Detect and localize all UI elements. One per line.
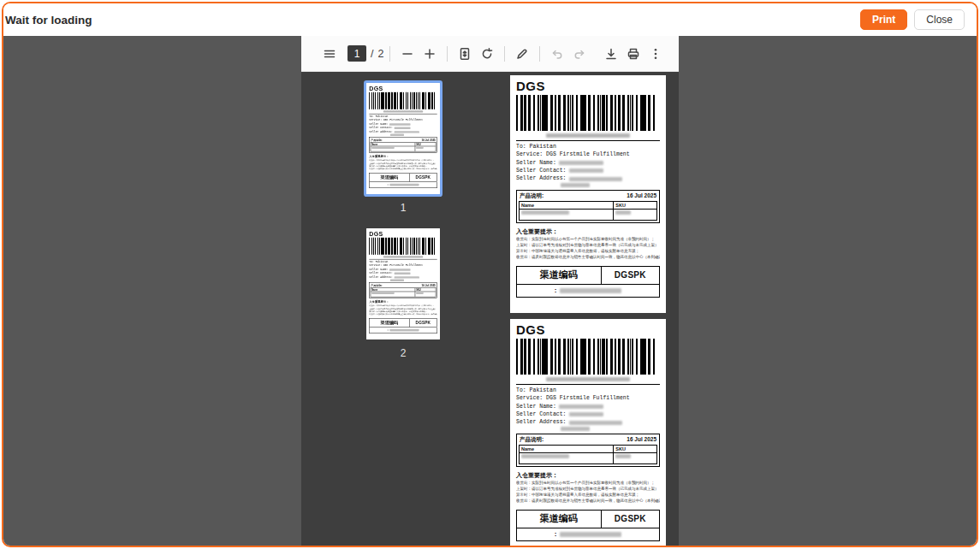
column-sku: SKU [614, 446, 656, 452]
print-button[interactable]: Print [860, 9, 907, 30]
channel-code-label: 渠道编码 [517, 511, 602, 528]
thumbnail-preview: DGS To: Pakistan Service: DGS Firstmile … [366, 228, 440, 339]
page-count: / 2 [371, 48, 383, 60]
barcode-number-redacted [383, 110, 423, 112]
reference-prefix: : [387, 183, 388, 186]
channel-code-box: 渠道编码 DGSPK [369, 318, 437, 327]
redacted-value [389, 269, 411, 270]
product-description-box: 产品说明: 16 Jul 2025 Name SKU [516, 434, 660, 467]
redacted-value [416, 292, 424, 294]
warehouse-notice: 入仓重要提示： 收货前：实际到仓时间以小包第一个产品到仓实际签收时间为准（非预约… [369, 300, 437, 316]
seller-contact-line: Seller Contact: [516, 410, 660, 418]
column-name: Name [520, 202, 614, 209]
toolbar-divider [539, 46, 540, 62]
label-date: 16 Jul 2025 [627, 436, 656, 444]
download-icon[interactable] [600, 43, 622, 65]
product-sku-cell [415, 292, 436, 297]
seller-address-line-2 [369, 279, 437, 280]
zoom-out-icon[interactable] [396, 43, 419, 65]
notice-line: 异常时：中国跨境清关与退税需要入库信息数据，请核实附单信息无误； [516, 249, 660, 255]
reference-row: : [369, 182, 437, 188]
channel-code-box: 渠道编码 DGSPK [369, 173, 437, 181]
document-page-1[interactable]: DGS To: Pakistan Service: DGS Firstmile … [510, 75, 666, 313]
to-line: To: Pakistan [516, 143, 660, 151]
product-name-cell [520, 210, 614, 220]
page-separator: / [371, 48, 373, 60]
barcode-number-redacted [546, 133, 629, 138]
thumbnail-page-2[interactable]: DGS To: Pakistan Service: DGS Firstmile … [366, 228, 440, 339]
document-area[interactable]: DGS To: Pakistan Service: DGS Firstmile … [505, 72, 679, 546]
rotate-icon[interactable] [476, 43, 498, 65]
label-date: 16 Jul 2025 [421, 139, 435, 142]
barcode [369, 92, 435, 109]
redacted-value [559, 404, 603, 409]
product-table-data-row [520, 453, 656, 463]
product-table: Name SKU [519, 445, 657, 464]
reference-row: : [516, 528, 660, 541]
product-box-header: 产品说明: 16 Jul 2025 [519, 436, 657, 445]
notice-line: 收货后：请及时跟踪数据信息并与销售主管确认时间一致，物流信息以中心（本列确认与补… [516, 255, 660, 261]
address-section: To: Pakistan Service: DGS Firstmile Fulf… [516, 384, 660, 431]
channel-code-label: 渠道编码 [517, 267, 602, 284]
column-name: Name [520, 446, 614, 452]
service-line: Service: DGS Firstmile Fulfillment [516, 151, 660, 158]
thumbnail-page-1[interactable]: DGS To: Pakistan Service: DGS Firstmile … [366, 83, 440, 194]
redacted-value [615, 210, 631, 215]
channel-code-value: DGSPK [409, 319, 437, 327]
redacted-value [371, 147, 394, 149]
label-brand: DGS [516, 323, 660, 337]
redacted-value [521, 210, 569, 215]
reference-prefix: : [555, 286, 557, 294]
thumbnail-preview: DGS To: Pakistan Service: DGS Firstmile … [366, 83, 440, 194]
redo-icon[interactable] [568, 43, 591, 65]
redacted-reference [560, 532, 621, 537]
product-box-header: 产品说明: 16 Jul 2025 [519, 192, 657, 201]
reference-row: : [369, 328, 437, 334]
document-page-2[interactable]: DGS To: Pakistan Service: DGS Firstmile … [510, 319, 666, 546]
seller-address-line: Seller Address: [516, 418, 660, 426]
redacted-value [390, 133, 404, 135]
menu-icon[interactable] [318, 43, 341, 65]
product-table-header-row: Name SKU [520, 446, 656, 453]
product-sku-cell [614, 210, 656, 220]
product-sku-cell [614, 453, 656, 463]
product-table: Name SKU [371, 142, 437, 151]
page-title: Wait for loading [5, 14, 92, 27]
reference-row: : [516, 285, 660, 298]
redacted-value [394, 127, 410, 129]
notice-line: 异常时：中国跨境清关与退税需要入库信息数据，请核实附单信息无误； [516, 493, 660, 499]
viewer-canvas: 1 / 2 [3, 36, 977, 546]
undo-icon[interactable] [546, 43, 568, 65]
label-brand: DGS [516, 80, 660, 93]
close-button[interactable]: Close [914, 9, 965, 30]
channel-code-value: DGSPK [602, 511, 659, 528]
product-header-label: 产品说明: [520, 192, 543, 200]
product-description-box: 产品说明: 16 Jul 2025 Name SKU [516, 190, 660, 223]
barcode-number-redacted [546, 377, 629, 381]
fit-page-icon[interactable] [454, 43, 476, 65]
shipping-label: DGS To: Pakistan Service: DGS Firstmile … [510, 75, 666, 298]
print-icon[interactable] [622, 43, 644, 65]
redacted-value [569, 168, 603, 173]
redacted-value [561, 427, 590, 431]
page-number-input[interactable]: 1 [347, 45, 366, 62]
zoom-in-icon[interactable] [419, 43, 441, 65]
product-table: Name SKU [519, 201, 657, 221]
product-table-header-row: Name SKU [520, 202, 656, 210]
annotate-pen-icon[interactable] [511, 43, 533, 65]
product-header-label: 产品说明: [520, 436, 543, 444]
more-options-icon[interactable] [644, 43, 667, 65]
to-line: To: Pakistan [516, 387, 660, 394]
seller-address-line-2 [516, 427, 660, 431]
reference-prefix: : [387, 328, 388, 332]
warehouse-notice: 入仓重要提示： 收货前：实际到仓时间以小包第一个产品到仓实际签收时间为准（非预约… [516, 471, 660, 505]
barcode-number-redacted [383, 256, 423, 257]
thumbnail-rail: DGS To: Pakistan Service: DGS Firstmile … [301, 72, 505, 546]
redacted-value [389, 123, 411, 125]
address-section: To: Pakistan Service: DGS Firstmile Fulf… [516, 140, 660, 187]
redacted-reference [390, 184, 419, 186]
barcode [516, 95, 655, 131]
redacted-value [521, 454, 569, 458]
redacted-value [416, 147, 424, 149]
label-date: 16 Jul 2025 [627, 192, 656, 200]
